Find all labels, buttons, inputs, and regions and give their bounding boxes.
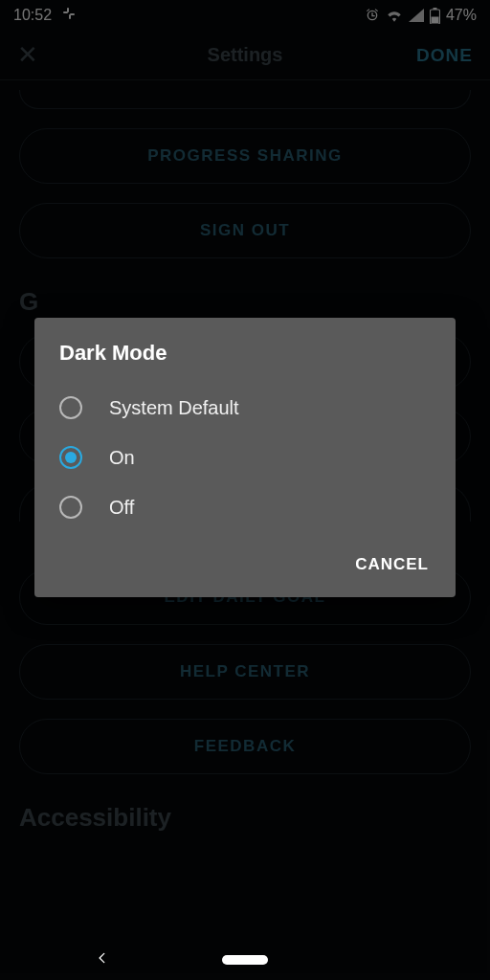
home-pill[interactable]	[222, 955, 268, 965]
cancel-button[interactable]: CANCEL	[347, 549, 436, 580]
radio-label: Off	[109, 497, 134, 519]
radio-icon	[59, 396, 82, 419]
radio-icon	[59, 496, 82, 519]
dialog-actions: CANCEL	[34, 532, 456, 588]
dark-mode-dialog: Dark Mode System Default On Off CANCEL	[34, 318, 456, 597]
dialog-title: Dark Mode	[34, 341, 456, 383]
back-icon[interactable]	[96, 951, 109, 969]
radio-option-off[interactable]: Off	[34, 482, 456, 532]
radio-icon-selected	[59, 446, 82, 469]
radio-option-on[interactable]: On	[34, 433, 456, 482]
radio-label: System Default	[109, 397, 239, 419]
system-nav-bar	[0, 940, 490, 980]
radio-label: On	[109, 447, 135, 469]
radio-option-system-default[interactable]: System Default	[34, 383, 456, 433]
